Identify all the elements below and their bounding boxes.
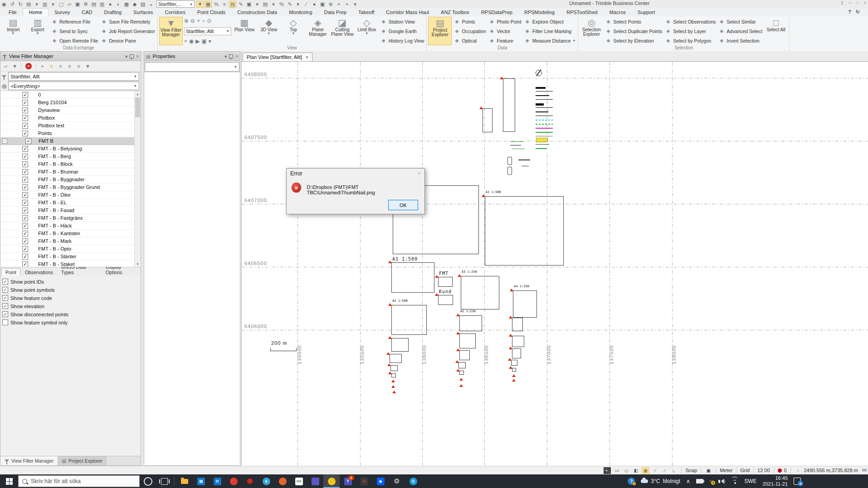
select-by-elevation-button[interactable]: ◈Select by Elevation: [605, 37, 662, 44]
ribbon-pin-icon[interactable]: ↥: [840, 0, 844, 5]
advanced-select-button[interactable]: ◈Advanced Select: [718, 27, 762, 35]
link-filter-icon[interactable]: %: [213, 1, 220, 8]
layer-row[interactable]: ✓Berg 210104: [0, 99, 141, 106]
top-button[interactable]: ◇Top▼: [282, 17, 305, 45]
center-icon[interactable]: +: [184, 38, 187, 44]
zoom-out-icon[interactable]: ⊖: [190, 18, 195, 24]
layer-group-row[interactable]: −✓FMT B: [0, 137, 141, 145]
explore-object-button[interactable]: ◈Explore Object: [524, 18, 576, 25]
ok-button[interactable]: OK: [388, 200, 418, 210]
center-view-icon[interactable]: +: [335, 1, 342, 8]
layer-row[interactable]: ✓FMT - B - Fastgräns: [0, 214, 141, 222]
draw-icon[interactable]: ✎: [286, 1, 293, 8]
measure-icon[interactable]: ∕: [302, 1, 310, 8]
ribbon-tab-survey[interactable]: Survey: [49, 9, 76, 16]
ribbon-view-filter-combo[interactable]: Startfilter, Allt▼: [184, 27, 231, 35]
layer-checkbox[interactable]: ✓: [22, 100, 28, 106]
export-arrow-icon[interactable]: ▾: [49, 1, 57, 8]
device-pane-icon[interactable]: ▥: [98, 1, 106, 8]
filter-grid-icon[interactable]: ▦: [205, 1, 212, 8]
layer-row[interactable]: ✓FMT - B - Dike: [0, 191, 141, 199]
google-earth-button[interactable]: ◈Google Earth: [380, 27, 424, 35]
import-arrow-icon[interactable]: ▾: [33, 1, 40, 8]
scroll-up-icon[interactable]: ▲: [135, 91, 141, 97]
limit-box-button[interactable]: ◇Limit Box▼: [355, 17, 379, 45]
point-cloud-icon[interactable]: ◒: [147, 1, 155, 8]
plan-canvas[interactable]: 200 m Error × × D:\Dropbox (FMT)\FMT TBC…: [242, 61, 868, 466]
scrollbar-thumb[interactable]: [135, 97, 140, 117]
feature-button[interactable]: ◈Feature: [489, 37, 522, 44]
app-red-dot-icon-button[interactable]: [242, 474, 258, 488]
select-duplicate-points-button[interactable]: ◈Select Duplicate Points: [605, 27, 662, 35]
units-indicator[interactable]: Meter: [720, 468, 732, 473]
layer-row[interactable]: ✓FMT - B - Byggnader: [0, 176, 141, 184]
plotbox[interactable]: [512, 368, 516, 372]
notification-center-icon[interactable]: 4: [794, 478, 801, 485]
plotbox[interactable]: [483, 108, 493, 132]
plotbox[interactable]: [391, 305, 427, 335]
grid-indicator[interactable]: Grid: [740, 468, 750, 473]
select-by-layer-button[interactable]: ◈Select by Layer: [665, 27, 716, 35]
rectangle-icon[interactable]: ▣: [319, 1, 326, 8]
language-indicator[interactable]: SWE: [744, 478, 756, 484]
save-project-icon[interactable]: ▣: [74, 1, 81, 8]
view-filter-icon[interactable]: ▼: [196, 1, 204, 8]
select-rectangle-icon[interactable]: ▭: [613, 467, 620, 474]
restore-button[interactable]: □: [856, 0, 859, 5]
show-feature-code-checkbox[interactable]: ✓: [2, 295, 8, 301]
error-dialog-titlebar[interactable]: Error ×: [287, 169, 424, 179]
3d-view-button[interactable]: ◆3D View▼: [257, 17, 281, 45]
ribbon-tab-rpstoolshed[interactable]: RPSToolShed: [561, 9, 604, 16]
tab-point[interactable]: Point: [1, 268, 20, 276]
plotbox[interactable]: [459, 333, 476, 348]
settings-icon-button[interactable]: ⚙: [389, 474, 405, 488]
cursor-coordinates[interactable]: 2490.556 m,3735.828 m: [804, 468, 858, 473]
plan-view-button[interactable]: ▦Plan View: [233, 17, 256, 45]
show-elevation-checkbox[interactable]: ✓: [2, 303, 8, 309]
print-arrow-icon[interactable]: ▾: [270, 1, 277, 8]
layer-checkbox[interactable]: ✓: [22, 184, 28, 190]
qat-view-filter-combo[interactable]: Startfilter,...▼: [156, 0, 195, 8]
layer-checkbox[interactable]: ✓: [22, 238, 28, 244]
view-filter-combo[interactable]: Startfilter, Allt ▼: [8, 72, 139, 81]
properties-object-combo[interactable]: ▼: [145, 62, 239, 72]
panel-close-icon[interactable]: ×: [136, 54, 139, 59]
layer-checkbox[interactable]: ✓: [22, 169, 28, 175]
layer-checkbox[interactable]: ✓: [22, 261, 28, 267]
layer-checkbox[interactable]: ✓: [22, 223, 28, 229]
help-icon[interactable]: ?: [848, 9, 851, 15]
new-layer-group-icon[interactable]: ≡: [48, 63, 55, 70]
tbc-icon-button[interactable]: [323, 474, 340, 488]
plotbox[interactable]: [391, 262, 434, 293]
scroll-down-icon[interactable]: ▼: [135, 261, 141, 267]
ribbon-tab-monitoring[interactable]: Monitoring: [283, 9, 318, 16]
tab-observations[interactable]: Observations: [21, 269, 57, 276]
ribbon-tab-file[interactable]: File: [3, 9, 23, 16]
view-more-icon[interactable]: ▾: [209, 38, 211, 44]
ribbon-tab-point-clouds[interactable]: Point Clouds: [191, 9, 231, 16]
collapse-icon[interactable]: −: [2, 139, 7, 144]
dynaview-icon[interactable]: ↕: [795, 467, 802, 474]
snap-toggle[interactable]: Snap: [685, 468, 697, 473]
project-settings-icon[interactable]: ⚙: [82, 1, 89, 8]
layer-row[interactable]: ✓FMT - B - Mark: [0, 237, 141, 245]
plotbox[interactable]: [438, 295, 453, 305]
plotbox[interactable]: [512, 318, 523, 331]
layer-list-scrollbar[interactable]: ▲ ▼: [134, 91, 141, 267]
plotbox[interactable]: [503, 78, 515, 132]
import-button[interactable]: ▤Import▼: [1, 17, 25, 45]
plotbox[interactable]: [512, 336, 524, 347]
layer-row[interactable]: ✓FMT - B - Block: [0, 160, 141, 168]
open-project-icon[interactable]: ▱: [66, 1, 73, 8]
station-view-button[interactable]: ◈Station View: [380, 18, 424, 25]
ribbon-tab-macros[interactable]: Macros: [604, 9, 632, 16]
open-remote-file-button[interactable]: ◈Open Remote File: [51, 37, 98, 44]
ellipse-icon[interactable]: ●: [311, 1, 318, 8]
zoom-extents-icon[interactable]: +: [197, 18, 200, 24]
layer-row[interactable]: ✓FMT - B - Opto: [0, 245, 141, 253]
new-project-icon[interactable]: ▢: [58, 1, 65, 8]
zoom-in-icon[interactable]: ⊕: [184, 18, 189, 24]
bottom-tab-project-explorer[interactable]: ▤Project Explorer: [58, 456, 107, 465]
weather-widget[interactable]: 3°C Molnigt: [641, 478, 680, 484]
plotbox[interactable]: [513, 290, 537, 318]
